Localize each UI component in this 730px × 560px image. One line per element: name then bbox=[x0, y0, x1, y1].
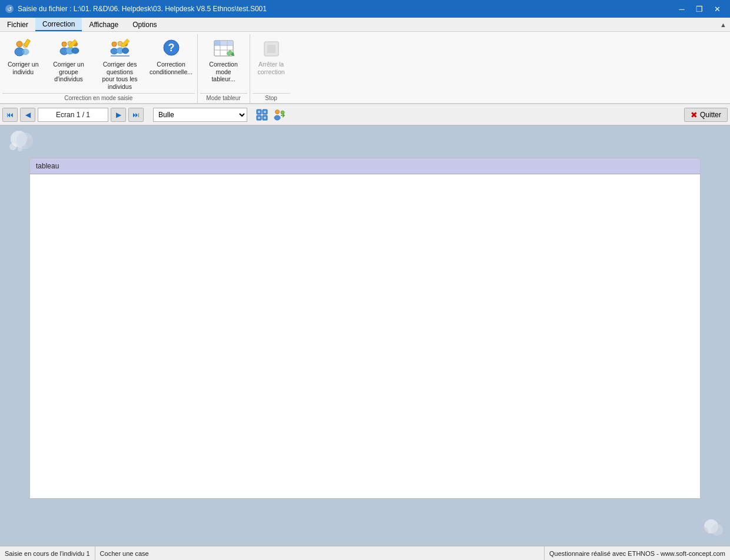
svg-point-5 bbox=[22, 49, 29, 55]
btn-correction-mode-tableur-label: Correctionmode tableur... bbox=[205, 61, 242, 83]
status-bar: Saisie en cours de l'individu 1 Cocher u… bbox=[0, 546, 730, 560]
ribbon-buttons-stop: Arrêter lacorrection bbox=[253, 35, 290, 92]
main-card: tableau bbox=[29, 158, 701, 499]
ribbon-group-stop: Arrêter lacorrection Stop bbox=[250, 34, 293, 103]
group-edit-icon bbox=[58, 38, 79, 59]
btn-corriger-groupe[interactable]: Corriger ungroupe d'individus bbox=[45, 35, 92, 85]
ribbon-collapse[interactable]: ▲ bbox=[720, 18, 730, 31]
svg-point-41 bbox=[264, 111, 266, 113]
menu-affichage[interactable]: Affichage bbox=[82, 18, 125, 31]
svg-point-45 bbox=[274, 115, 280, 120]
svg-rect-31 bbox=[227, 41, 233, 45]
menu-bar: Fichier Correction Affichage Options ▲ bbox=[0, 18, 730, 32]
card-header: tableau bbox=[30, 158, 700, 174]
menu-options[interactable]: Options bbox=[125, 18, 164, 31]
last-button[interactable]: ⏭ bbox=[128, 108, 144, 122]
window-controls: ─ ❐ ✕ bbox=[673, 2, 725, 15]
svg-point-14 bbox=[112, 42, 117, 47]
svg-text:↺: ↺ bbox=[7, 6, 12, 12]
menu-fichier[interactable]: Fichier bbox=[0, 18, 35, 31]
status-text-1: Saisie en cours de l'individu 1 bbox=[5, 550, 90, 557]
title-left: ↺ Saisie du fichier : L:\01. R&D\06. Hel… bbox=[5, 4, 267, 14]
status-text-2: Cocher une case bbox=[100, 550, 149, 557]
btn-correction-conditionnelle-label: Correctionconditionnelle... bbox=[150, 61, 193, 75]
ribbon-buttons-mode-saisie: Corriger unindividu Corriger ungroupe d' bbox=[2, 35, 195, 92]
person-edit-icon bbox=[12, 38, 34, 59]
ribbon-group-mode-tableur: Correctionmode tableur... Mode tableur bbox=[198, 34, 250, 103]
btn-arreter-correction: Arrêter lacorrection bbox=[253, 35, 290, 77]
display-settings-icon bbox=[256, 109, 268, 121]
svg-point-2 bbox=[16, 41, 22, 47]
title-text: Saisie du fichier : L:\01. R&D\06. Helpd… bbox=[18, 5, 267, 13]
toolbar: ⏮ ◀ Ecran 1 / 1 ▶ ⏭ Bulle Normal Compact bbox=[0, 104, 730, 125]
svg-point-44 bbox=[276, 110, 280, 114]
question-edit-icon: ? bbox=[161, 38, 182, 59]
close-button[interactable]: ✕ bbox=[709, 2, 725, 15]
svg-rect-29 bbox=[214, 41, 220, 45]
svg-point-51 bbox=[18, 147, 22, 151]
print-settings-icon bbox=[273, 108, 286, 121]
ribbon-group-label-stop: Stop bbox=[253, 93, 290, 103]
status-segment-3: Questionnaire réalisé avec ETHNOS - www.… bbox=[545, 546, 730, 560]
bubble-decoration bbox=[7, 130, 42, 155]
svg-rect-35 bbox=[267, 45, 276, 53]
svg-point-19 bbox=[122, 48, 128, 54]
svg-rect-30 bbox=[220, 41, 227, 45]
stop-icon bbox=[261, 38, 282, 59]
btn-correction-conditionnelle[interactable]: ? Correctionconditionnelle... bbox=[148, 35, 195, 77]
btn-arreter-correction-label: Arrêter lacorrection bbox=[258, 61, 285, 75]
ribbon-buttons-mode-tableur: Correctionmode tableur... bbox=[200, 35, 247, 92]
card-title: tableau bbox=[36, 162, 59, 170]
ribbon-group-mode-saisie: Corriger unindividu Corriger ungroupe d' bbox=[0, 34, 198, 103]
svg-point-54 bbox=[700, 527, 708, 535]
btn-correction-mode-tableur[interactable]: Correctionmode tableur... bbox=[200, 35, 247, 85]
table-edit-icon bbox=[213, 38, 234, 59]
btn-corriger-individu-label: Corriger unindividu bbox=[8, 61, 39, 75]
quit-label: Quitter bbox=[700, 111, 721, 119]
next-button[interactable]: ▶ bbox=[111, 108, 126, 122]
status-text-3: Questionnaire réalisé avec ETHNOS - www.… bbox=[549, 550, 725, 557]
bulle-dropdown[interactable]: Bulle Normal Compact bbox=[153, 108, 247, 122]
btn-corriger-groupe-label: Corriger ungroupe d'individus bbox=[51, 61, 87, 83]
ribbon-group-label-mode-saisie: Correction en mode saisie bbox=[2, 93, 195, 103]
print-settings-button[interactable] bbox=[272, 107, 287, 122]
svg-point-42 bbox=[258, 117, 260, 119]
first-button[interactable]: ⏮ bbox=[2, 108, 18, 122]
svg-text:?: ? bbox=[168, 42, 174, 54]
title-bar: ↺ Saisie du fichier : L:\01. R&D\06. Hel… bbox=[0, 0, 730, 18]
scroll-decoration bbox=[694, 519, 723, 539]
svg-point-53 bbox=[711, 524, 723, 536]
svg-point-50 bbox=[26, 138, 35, 148]
svg-point-40 bbox=[258, 111, 260, 113]
btn-corriger-tous-label: Corriger des questionspour tous les indi… bbox=[99, 61, 141, 90]
prev-button[interactable]: ◀ bbox=[20, 108, 35, 122]
btn-corriger-individu[interactable]: Corriger unindividu bbox=[2, 35, 44, 77]
quit-button[interactable]: ✖ Quitter bbox=[684, 108, 728, 122]
card-body bbox=[30, 174, 700, 498]
display-settings-button[interactable] bbox=[254, 107, 270, 122]
svg-rect-6 bbox=[24, 39, 31, 47]
btn-corriger-tous[interactable]: Corriger des questionspour tous les indi… bbox=[94, 35, 147, 92]
ribbon: Corriger unindividu Corriger ungroupe d' bbox=[0, 32, 730, 104]
svg-point-7 bbox=[62, 42, 67, 47]
screen-display: Ecran 1 / 1 bbox=[38, 108, 108, 122]
status-segment-1: Saisie en cours de l'individu 1 bbox=[0, 546, 95, 560]
minimize-button[interactable]: ─ bbox=[673, 2, 690, 15]
status-segment-2: Cocher une case bbox=[95, 546, 545, 560]
dropdown-container: Bulle Normal Compact bbox=[153, 108, 247, 122]
menu-correction[interactable]: Correction bbox=[35, 18, 82, 31]
quit-icon: ✖ bbox=[691, 110, 698, 120]
restore-button[interactable]: ❐ bbox=[691, 2, 708, 15]
group-all-edit-icon bbox=[110, 38, 131, 59]
main-content: tableau bbox=[0, 125, 730, 559]
ribbon-group-label-mode-tableur: Mode tableur bbox=[200, 93, 247, 103]
svg-point-12 bbox=[72, 48, 79, 54]
app-icon: ↺ bbox=[5, 4, 14, 14]
svg-point-49 bbox=[9, 143, 16, 150]
svg-point-43 bbox=[264, 117, 266, 119]
